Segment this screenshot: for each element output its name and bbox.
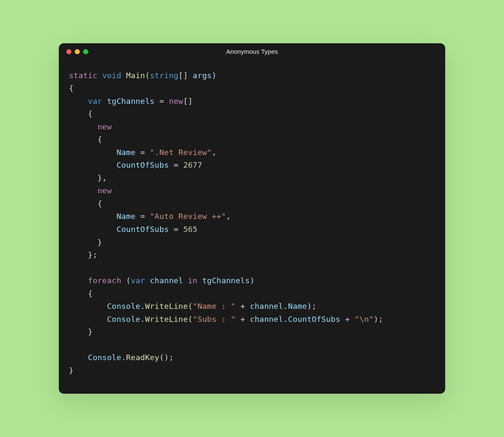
code-window: Anonymous Types static void Main(string[… <box>59 43 445 394</box>
punct: = <box>140 212 150 221</box>
punct: }; <box>88 250 97 259</box>
prop-countofsubs: CountOfSubs <box>116 225 169 234</box>
punct: { <box>69 84 74 92</box>
string-literal: "\n" <box>354 315 373 324</box>
function-main: Main <box>126 71 145 80</box>
window-title: Anonymous Types <box>66 48 438 55</box>
keyword-new: new <box>169 97 183 105</box>
punct: + <box>240 315 250 324</box>
punct: [] <box>183 97 193 105</box>
punct: = <box>140 148 150 157</box>
punct: , <box>226 212 231 221</box>
traffic-lights <box>66 49 88 54</box>
prop-name: Name <box>288 302 307 311</box>
punct: ) <box>212 71 216 80</box>
class-console: Console <box>107 315 140 324</box>
punct: ); <box>374 315 383 324</box>
string-literal: "Auto Review ++" <box>150 212 226 221</box>
keyword-new: new <box>97 122 112 131</box>
punct: , <box>212 148 216 157</box>
punct: ( <box>126 276 131 285</box>
maximize-icon[interactable] <box>83 49 88 54</box>
var-args: args <box>193 71 212 80</box>
punct: . <box>140 302 145 311</box>
punct: . <box>121 353 126 362</box>
keyword-var: var <box>88 97 102 105</box>
var-channel: channel <box>250 315 283 324</box>
number-literal: 565 <box>183 225 197 234</box>
keyword-void: void <box>102 71 121 80</box>
var-channel: channel <box>250 302 283 311</box>
type-string: string <box>150 71 178 80</box>
keyword-static: static <box>69 71 97 80</box>
punct: . <box>283 302 288 311</box>
minimize-icon[interactable] <box>75 49 80 54</box>
titlebar: Anonymous Types <box>59 43 445 60</box>
punct: . <box>283 315 288 324</box>
code-editor[interactable]: static void Main(string[] args) { var tg… <box>59 60 445 394</box>
punct: + <box>240 302 250 311</box>
prop-name: Name <box>116 212 135 221</box>
var-tgchannels: tgChannels <box>107 97 155 105</box>
string-literal: "Name : " <box>193 302 236 311</box>
number-literal: 2677 <box>183 161 202 169</box>
keyword-in: in <box>188 276 198 285</box>
punct: (); <box>159 353 173 362</box>
keyword-foreach: foreach <box>88 276 121 285</box>
punct: + <box>345 315 355 324</box>
class-console: Console <box>88 353 121 362</box>
function-writeline: WriteLine <box>145 315 188 324</box>
punct: ) <box>250 276 255 285</box>
punct: ( <box>188 302 192 311</box>
function-writeline: WriteLine <box>145 302 188 311</box>
punct: { <box>97 199 102 208</box>
punct: { <box>88 289 92 298</box>
keyword-new: new <box>97 186 112 195</box>
punct: ( <box>145 71 150 80</box>
punct: } <box>88 327 92 336</box>
prop-countofsubs: CountOfSubs <box>288 315 341 324</box>
string-literal: ".Net Review" <box>150 148 212 157</box>
var-channel: channel <box>150 276 183 285</box>
prop-name: Name <box>116 148 135 157</box>
punct: = <box>173 225 183 234</box>
punct: }, <box>97 174 107 182</box>
punct: } <box>97 238 102 247</box>
punct: { <box>88 109 92 118</box>
punct: = <box>159 97 169 105</box>
prop-countofsubs: CountOfSubs <box>116 161 169 169</box>
function-readkey: ReadKey <box>126 353 159 362</box>
class-console: Console <box>107 302 140 311</box>
string-literal: "Subs : " <box>193 315 236 324</box>
var-tgchannels: tgChannels <box>202 276 250 285</box>
punct: ); <box>307 302 317 311</box>
close-icon[interactable] <box>66 49 71 54</box>
punct: } <box>69 366 74 375</box>
punct: [] <box>178 71 193 80</box>
punct: . <box>140 315 145 324</box>
punct: = <box>173 161 183 169</box>
punct: ( <box>188 315 192 324</box>
punct: { <box>97 135 102 144</box>
keyword-var: var <box>131 276 145 285</box>
